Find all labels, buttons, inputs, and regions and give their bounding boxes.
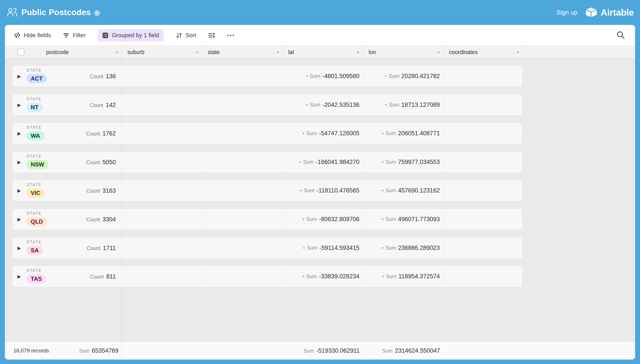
group-count: Count 811: [90, 273, 116, 280]
lon-group-sum[interactable]: ▾ Sum 18713.127089: [363, 94, 443, 116]
expand-group-arrow[interactable]: ▶: [17, 160, 21, 165]
row-height-button[interactable]: [208, 32, 215, 39]
suburb-group-cell: [122, 66, 202, 87]
coordinates-group-cell: [443, 180, 523, 201]
state-group-cell: [202, 66, 282, 87]
group-row: ▶ STATE NSW Count 5050 ▾ Sum -166041.984…: [12, 151, 522, 173]
suburb-group-cell: [122, 152, 202, 173]
expand-group-arrow[interactable]: ▶: [17, 217, 21, 222]
more-options-button[interactable]: •••: [227, 32, 235, 38]
column-header-suburb[interactable]: suburb ▾: [122, 46, 202, 58]
state-group-cell: [202, 238, 282, 258]
lat-group-sum[interactable]: ▾ Sum -59114.593415: [282, 238, 363, 258]
sort-button[interactable]: Sort: [176, 32, 196, 39]
expand-group-arrow[interactable]: ▶: [17, 188, 21, 193]
group-count: Count 136: [90, 73, 116, 80]
state-group-cell: [202, 152, 282, 173]
lat-group-sum[interactable]: ▾ Sum -54747.126005: [282, 123, 363, 144]
summary-dropdown-icon: ▾: [382, 217, 384, 222]
group-count: Count 1711: [87, 244, 116, 252]
summary-dropdown-icon: ▾: [382, 131, 384, 136]
summary-dropdown-icon: ▾: [382, 188, 384, 193]
group-row: ▶ STATE TAS Count 811 ▾ Sum -33839.02823…: [12, 266, 522, 287]
hide-fields-button[interactable]: Hide fields: [14, 32, 51, 39]
group-row: ▶ STATE VIC Count 3163 ▾ Sum -118110.476…: [12, 180, 522, 201]
lat-group-sum[interactable]: ▾ Sum -4801.509580: [282, 66, 363, 87]
row-height-icon: [208, 32, 215, 39]
search-icon[interactable]: [616, 30, 626, 40]
lon-group-sum[interactable]: ▾ Sum 759977.034553: [363, 152, 443, 173]
lat-total-sum[interactable]: Sum -519330.062911: [282, 347, 360, 354]
group-summary-cell: ▶ STATE QLD Count 3304: [13, 209, 122, 230]
expand-group-arrow[interactable]: ▶: [17, 131, 21, 136]
lon-group-sum[interactable]: ▾ Sum 20280.421782: [363, 66, 443, 87]
column-header-postcode[interactable]: postcode ▾: [5, 46, 122, 58]
coordinates-group-cell: [443, 123, 523, 144]
summary-footer: 16,079 records Sum 65354769 Sum -519330.…: [5, 341, 635, 360]
expand-group-arrow[interactable]: ▶: [17, 74, 21, 79]
info-icon[interactable]: i: [94, 10, 100, 16]
lat-group-sum[interactable]: ▾ Sum -80632.809706: [282, 209, 363, 230]
summary-dropdown-icon: ▾: [303, 217, 304, 222]
expand-group-arrow[interactable]: ▶: [17, 246, 21, 251]
chevron-down-icon: ▾: [276, 50, 279, 55]
state-badge: ACT: [27, 74, 47, 83]
coordinates-group-cell: [443, 266, 523, 287]
group-meta: STATE QLD: [27, 211, 47, 226]
group-summary-cell: ▶ STATE WA Count 1762: [13, 123, 122, 144]
group-summary-cell: ▶ STATE NSW Count 5050: [13, 152, 122, 173]
view-panel: Hide fields Filter Grouped by 1: [5, 25, 635, 360]
state-badge: WA: [27, 131, 44, 140]
state-badge: NSW: [27, 160, 49, 169]
summary-dropdown-icon: ▾: [306, 74, 308, 78]
chevron-down-icon: ▾: [116, 50, 118, 55]
lat-group-sum[interactable]: ▾ Sum -33839.028234: [282, 266, 363, 287]
sort-icon: [176, 32, 182, 39]
lat-group-sum[interactable]: ▾ Sum -166041.984270: [282, 152, 363, 173]
lon-group-sum[interactable]: ▾ Sum 457690.123162: [363, 180, 443, 201]
collaborators-icon: [7, 8, 18, 17]
group-field-label: STATE: [27, 68, 47, 73]
state-badge: SA: [27, 246, 43, 255]
summary-dropdown-icon: ▾: [385, 74, 387, 78]
column-header-state[interactable]: state ▾: [202, 46, 282, 58]
group-row: ▶ STATE QLD Count 3304 ▾ Sum -80632.8097…: [12, 208, 522, 230]
state-badge: VIC: [27, 188, 45, 198]
column-header-lon[interactable]: lon ▾: [363, 46, 443, 58]
summary-dropdown-icon: ▾: [299, 160, 301, 164]
group-meta: STATE ACT: [27, 68, 47, 83]
lat-group-sum[interactable]: ▾ Sum -2042.535136: [282, 94, 363, 116]
sort-label: Sort: [185, 32, 196, 39]
postcode-total-sum[interactable]: Sum 65354769: [5, 347, 119, 354]
lon-group-sum[interactable]: ▾ Sum 118954.372574: [363, 266, 443, 287]
lon-group-sum[interactable]: ▾ Sum 496071.773093: [363, 209, 443, 230]
filter-button[interactable]: Filter: [63, 32, 86, 39]
column-header-row: postcode ▾ suburb ▾ state ▾ lat ▾ lon: [5, 46, 635, 59]
view-toolbar: Hide fields Filter Grouped by 1: [5, 25, 635, 46]
lon-total-sum[interactable]: Sum 2314624.550047: [363, 347, 440, 354]
select-all-checkbox[interactable]: [17, 48, 25, 56]
expand-group-arrow[interactable]: ▶: [17, 274, 21, 279]
coordinates-group-cell: [443, 66, 523, 87]
coordinates-group-cell: [443, 152, 523, 173]
sign-up-link[interactable]: Sign up: [556, 9, 577, 16]
lon-group-sum[interactable]: ▾ Sum 236886.289023: [363, 238, 443, 258]
lat-group-sum[interactable]: ▾ Sum -118110.476565: [282, 180, 363, 201]
lon-group-sum[interactable]: ▾ Sum 206051.408771: [363, 123, 443, 144]
summary-dropdown-icon: ▾: [382, 274, 384, 278]
grouped-by-button[interactable]: Grouped by 1 field: [98, 29, 163, 42]
group-field-label: STATE: [27, 154, 49, 159]
group-summary-cell: ▶ STATE SA Count 1711: [13, 238, 122, 258]
group-meta: STATE NT: [27, 97, 43, 112]
state-group-cell: [202, 266, 282, 287]
suburb-group-cell: [122, 238, 202, 258]
airtable-logo[interactable]: Airtable: [585, 7, 634, 18]
group-count: Count 142: [90, 102, 116, 108]
page-title: Public Postcodes: [21, 8, 91, 17]
grouped-by-label: Grouped by 1 field: [112, 32, 159, 39]
chevron-down-icon: ▾: [437, 50, 440, 55]
column-header-lat[interactable]: lat ▾: [282, 46, 363, 58]
expand-group-arrow[interactable]: ▶: [17, 102, 21, 108]
column-header-coordinates[interactable]: coordinates ▾: [443, 46, 522, 58]
filter-icon: [63, 32, 70, 39]
